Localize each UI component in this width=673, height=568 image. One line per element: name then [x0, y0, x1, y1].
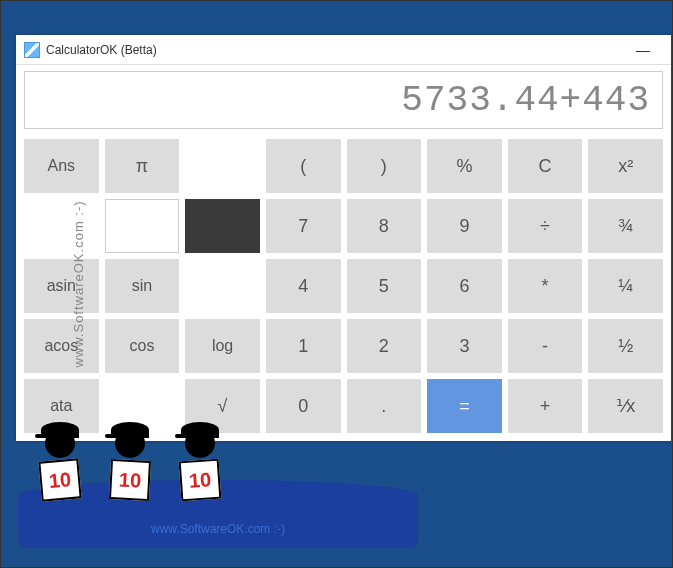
percent-button[interactable]: % — [427, 139, 502, 193]
digit-8-button[interactable]: 8 — [347, 199, 422, 253]
digit-9-button[interactable]: 9 — [427, 199, 502, 253]
minimize-button[interactable]: — — [623, 36, 663, 64]
dark-color-button[interactable] — [185, 199, 260, 253]
score-card: 10 — [109, 459, 151, 501]
score-card: 10 — [38, 458, 81, 501]
paren-open-button[interactable]: ( — [266, 139, 341, 193]
score-card: 10 — [179, 459, 222, 502]
keypad: Ans π ( ) % C x² 7 8 9 ÷ ¾ asin sin 4 5 … — [16, 135, 671, 441]
divide-button[interactable]: ÷ — [508, 199, 583, 253]
minus-button[interactable]: - — [508, 319, 583, 373]
digit-3-button[interactable]: 3 — [427, 319, 502, 373]
judge-head-icon — [45, 428, 75, 458]
ans-button[interactable]: Ans — [24, 139, 99, 193]
cos-button[interactable]: cos — [105, 319, 180, 373]
empty-cell — [185, 139, 260, 193]
calculator-window: CalculatorOK (Betta) — Ans π ( ) % C x² … — [16, 35, 671, 441]
digit-2-button[interactable]: 2 — [347, 319, 422, 373]
judge-3: 10 — [170, 428, 230, 500]
watermark-bench: www.SoftwareOK.com :-) — [151, 522, 285, 536]
app-icon — [24, 42, 40, 58]
clear-button[interactable]: C — [508, 139, 583, 193]
acos-button[interactable]: acos — [24, 319, 99, 373]
display-area — [16, 65, 671, 135]
watermark-left: www.SoftwareOK.com :-) — [71, 200, 86, 367]
digit-4-button[interactable]: 4 — [266, 259, 341, 313]
log-button[interactable]: log — [185, 319, 260, 373]
empty-cell — [24, 199, 99, 253]
three-quarters-button[interactable]: ¾ — [588, 199, 663, 253]
empty-cell — [185, 259, 260, 313]
digit-1-button[interactable]: 1 — [266, 319, 341, 373]
digit-6-button[interactable]: 6 — [427, 259, 502, 313]
sin-button[interactable]: sin — [105, 259, 180, 313]
titlebar: CalculatorOK (Betta) — — [16, 35, 671, 65]
judge-1: 10 — [30, 428, 90, 500]
square-button[interactable]: x² — [588, 139, 663, 193]
white-color-button[interactable] — [105, 199, 180, 253]
asin-button[interactable]: asin — [24, 259, 99, 313]
window-title: CalculatorOK (Betta) — [46, 43, 623, 57]
judges-illustration: www.SoftwareOK.com :-) 10 10 10 — [18, 418, 418, 548]
reciprocal-button[interactable]: ⅟x — [588, 379, 663, 433]
judge-head-icon — [185, 428, 215, 458]
one-half-button[interactable]: ½ — [588, 319, 663, 373]
plus-button[interactable]: + — [508, 379, 583, 433]
paren-close-button[interactable]: ) — [347, 139, 422, 193]
one-quarter-button[interactable]: ¼ — [588, 259, 663, 313]
pi-button[interactable]: π — [105, 139, 180, 193]
judge-2: 10 — [100, 428, 160, 500]
equals-button[interactable]: = — [427, 379, 502, 433]
digit-7-button[interactable]: 7 — [266, 199, 341, 253]
calculator-display[interactable] — [24, 71, 663, 129]
multiply-button[interactable]: * — [508, 259, 583, 313]
digit-5-button[interactable]: 5 — [347, 259, 422, 313]
judge-head-icon — [115, 428, 145, 458]
